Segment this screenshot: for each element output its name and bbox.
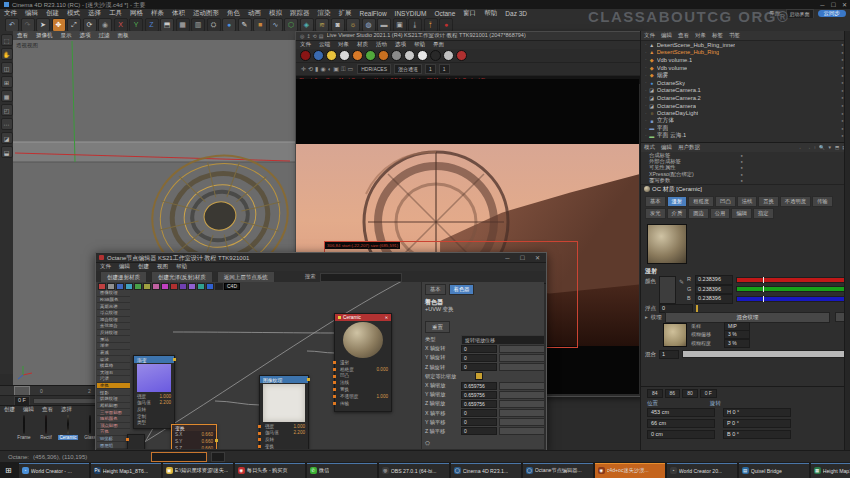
toolbar-icon[interactable]: ∿	[269, 18, 283, 32]
param-slider[interactable]	[499, 409, 544, 417]
om-expand[interactable]: ·	[645, 133, 647, 138]
toolbar-icon[interactable]: ◈	[300, 18, 314, 32]
eyedropper-icon[interactable]: ✎	[679, 276, 684, 285]
menu-item[interactable]: 样条	[147, 9, 168, 18]
gear-icon[interactable]: ⛭	[425, 440, 544, 446]
object-row[interactable]: · ◪ OctaneCamera.2 ●●	[641, 94, 850, 102]
texture-expand-arrow[interactable]: ▸	[645, 314, 648, 320]
lv-kernel-icon[interactable]	[378, 50, 389, 61]
material-tab[interactable]: 不透明度	[780, 196, 811, 207]
om-menu-item[interactable]: 查看	[675, 33, 692, 39]
palette-icon[interactable]: ◰	[1, 104, 13, 116]
om-expand[interactable]: ·	[645, 42, 647, 47]
material-pin-row[interactable]: 凹凸	[335, 373, 391, 380]
lv-kernel-icon[interactable]	[417, 50, 428, 61]
node-input-pin[interactable]	[333, 361, 336, 364]
node-gradient[interactable]: 渐变 强度1.000伽马值2.200反转定制类型	[133, 355, 175, 429]
toolbar-icon[interactable]: ⤢	[67, 18, 81, 32]
lv-tool-icon[interactable]: ▣	[332, 66, 340, 72]
minimize-button[interactable]: ─	[817, 2, 828, 8]
node-input-pin[interactable]	[333, 381, 336, 384]
node-param-row[interactable]: 反转	[260, 436, 308, 443]
taskbar-item[interactable]: ◉ c4d+oc迷失沙漠...	[595, 463, 665, 478]
ne-node-list-item[interactable]: 置换	[97, 429, 130, 436]
cloud-sync-badge[interactable]: 云同步	[818, 10, 847, 18]
material-tab[interactable]: 圆边	[688, 208, 709, 219]
object-name[interactable]: DesertScene_Hub_Ring_inner	[657, 42, 736, 48]
lv-tool-icon[interactable]: ⚿	[340, 66, 347, 72]
toolbar-icon[interactable]: ⭳	[408, 18, 422, 32]
toolbar-icon[interactable]: ▥	[191, 18, 205, 32]
taskbar-item[interactable]: ◯ Octane节点编辑器...	[523, 463, 593, 478]
lv-menu-item[interactable]: 帮助	[410, 42, 429, 48]
material-menu-item[interactable]: 查看	[38, 407, 57, 413]
node-input-pin[interactable]	[126, 438, 129, 441]
lv-tool-icon[interactable]: ⟲	[307, 66, 314, 72]
palette-icon[interactable]: ⋯	[1, 118, 13, 130]
menu-item[interactable]: 跟踪器	[286, 9, 314, 18]
object-name[interactable]: OctaneDayLight	[657, 110, 699, 116]
ne-node-list-item[interactable]: 变换	[97, 383, 130, 390]
ne-node-list-item[interactable]: 浮点纹理	[97, 310, 130, 317]
toolbar-icon[interactable]: ⟳	[83, 18, 97, 32]
ne-node-list-item[interactable]: 棋盘格	[97, 363, 130, 370]
rotation-value[interactable]: B 0 °	[723, 430, 791, 440]
ne-node-list-item[interactable]: 高斯光谱	[97, 303, 130, 310]
lv-spin-2[interactable]: 1	[439, 64, 450, 74]
ne-node-list-item[interactable]: 三平面贴图	[97, 409, 130, 416]
lock-checkbox[interactable]	[475, 372, 483, 380]
material-tab[interactable]: 基本	[645, 196, 666, 207]
reset-button[interactable]: 重置	[425, 321, 450, 333]
param-slider[interactable]	[499, 382, 544, 390]
object-name[interactable]: OctaneCamera	[657, 103, 696, 109]
material-tab[interactable]: 公用	[710, 208, 731, 219]
menu-item[interactable]: 窗口	[459, 9, 480, 18]
param-value[interactable]: 0	[461, 409, 497, 417]
toolbar-icon[interactable]: X	[114, 18, 128, 32]
object-name[interactable]: OctaneCamera.2	[657, 95, 701, 101]
maximize-button[interactable]: ☐	[828, 1, 839, 8]
position-value[interactable]: 453 cm	[647, 408, 715, 418]
lv-menu-item[interactable]: 材质	[353, 42, 372, 48]
object-name[interactable]: OctaneCamera.1	[657, 87, 701, 93]
node-param-row[interactable]: 强度1.000	[134, 393, 174, 400]
object-row[interactable]: · ▲ DesertScene_Hub_Ring ●●	[641, 49, 850, 57]
node-param-row[interactable]: 定制	[134, 413, 174, 420]
lv-menu-item[interactable]: 选项	[391, 42, 410, 48]
ne-menu-item[interactable]: 视图	[153, 264, 172, 270]
node-input-pin[interactable]	[258, 438, 261, 441]
lv-tool-icon[interactable]: ▭	[347, 66, 355, 72]
material-item[interactable]: Rectif	[36, 416, 56, 440]
lv-menu-item[interactable]: 活动	[372, 42, 391, 48]
lv-pass-dropdown[interactable]: 混合通道	[394, 64, 422, 74]
node-transform[interactable]: 变换 S.X0.660S.Y0.660S.Z0.660	[171, 424, 217, 449]
ne-maximize-button[interactable]: ☐	[517, 254, 528, 261]
om-expand[interactable]: ·	[645, 111, 647, 116]
menu-item[interactable]: 动画	[244, 9, 265, 18]
menu-item[interactable]: INSYDIUM	[391, 10, 431, 17]
param-slider[interactable]	[499, 391, 544, 399]
object-name[interactable]: OctaneSky	[657, 80, 685, 86]
channel-value[interactable]: 0.238396	[695, 275, 733, 285]
ne-color-chip[interactable]	[107, 283, 115, 290]
channel-slider[interactable]	[736, 296, 845, 302]
node-mini[interactable]	[127, 434, 145, 449]
om-menu-item[interactable]: 书签	[726, 33, 743, 39]
ne-search-input[interactable]	[320, 273, 402, 282]
lv-kernel-icon[interactable]	[365, 50, 376, 61]
material-node-close-icon[interactable]: ✕	[385, 315, 388, 320]
param-slider[interactable]	[499, 363, 544, 371]
material-preview[interactable]	[647, 224, 687, 264]
material-menu-item[interactable]: 选择	[57, 407, 76, 413]
node-param-row[interactable]: 强度1.000	[260, 423, 308, 430]
lv-menu-item[interactable]: 云端	[315, 42, 334, 48]
material-tab[interactable]: 介质	[667, 208, 688, 219]
param-slider[interactable]	[499, 418, 544, 426]
object-row[interactable]: · ■ 立方体 ●●	[641, 117, 850, 125]
channel-slider[interactable]	[736, 286, 845, 292]
coords-top-value[interactable]: 0 F	[700, 389, 717, 398]
lv-kernel-icon[interactable]	[339, 50, 350, 61]
lv-kernel-icon[interactable]	[352, 50, 363, 61]
menu-item[interactable]: Daz 3D	[501, 10, 531, 17]
material-tab[interactable]: 置换	[758, 196, 779, 207]
